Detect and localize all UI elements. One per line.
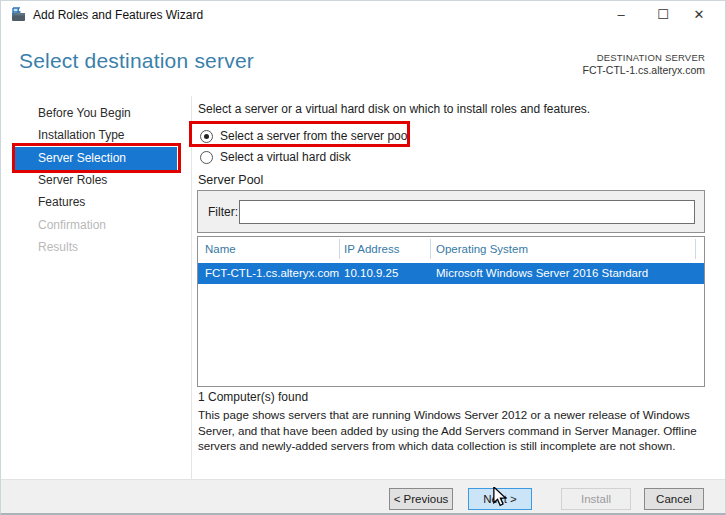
- footer-bar: < Previous Next > Install Cancel: [1, 479, 725, 515]
- sidebar-item-server-selection[interactable]: Server Selection: [38, 147, 126, 169]
- page-title: Select destination server: [19, 49, 254, 73]
- sidebar-item-installation-type[interactable]: Installation Type: [38, 124, 125, 146]
- destination-server-value: FCT-CTL-1.cs.alteryx.com: [582, 64, 705, 76]
- sidebar-item-results: Results: [38, 236, 78, 258]
- sidebar-separator: [191, 96, 192, 479]
- column-separator: [339, 239, 340, 259]
- radio-select-virtual-hard-disk[interactable]: Select a virtual hard disk: [200, 150, 351, 164]
- radio-label: Select a virtual hard disk: [220, 150, 351, 164]
- close-button[interactable]: ✕: [679, 1, 719, 29]
- add-roles-features-wizard-window: Add Roles and Features Wizard – ☐ ✕ Sele…: [0, 0, 726, 515]
- column-header-operating-system[interactable]: Operating System: [436, 237, 528, 261]
- cell-server-name: FCT-CTL-1.cs.alteryx.com: [205, 263, 339, 284]
- sidebar-item-server-roles[interactable]: Server Roles: [38, 169, 107, 191]
- filter-box: Filter:: [197, 190, 705, 233]
- column-header-ip-address[interactable]: IP Address: [344, 237, 399, 261]
- column-separator: [695, 239, 696, 259]
- radio-label: Select a server from the server pool: [220, 129, 410, 143]
- previous-button[interactable]: < Previous: [389, 488, 453, 510]
- radio-select-server-pool[interactable]: Select a server from the server pool: [200, 129, 410, 143]
- column-header-name[interactable]: Name: [205, 237, 236, 261]
- destination-server-label: DESTINATION SERVER: [597, 52, 705, 63]
- maximize-button[interactable]: ☐: [643, 1, 683, 29]
- title-bar: Add Roles and Features Wizard – ☐ ✕: [1, 1, 725, 29]
- table-row-server[interactable]: FCT-CTL-1.cs.alteryx.com 10.10.9.25 Micr…: [198, 263, 704, 284]
- page-description: This page shows servers that are running…: [198, 407, 710, 454]
- filter-label: Filter:: [208, 205, 238, 219]
- cell-ip-address: 10.10.9.25: [344, 263, 398, 284]
- next-button[interactable]: Next >: [468, 488, 532, 510]
- install-button[interactable]: Install: [561, 488, 631, 510]
- column-separator: [430, 239, 431, 259]
- server-pool-section-label: Server Pool: [198, 173, 263, 187]
- filter-input[interactable]: [239, 200, 695, 224]
- radio-button-icon[interactable]: [200, 130, 213, 143]
- cancel-button[interactable]: Cancel: [644, 488, 704, 510]
- sidebar-item-features[interactable]: Features: [38, 191, 85, 213]
- minimize-button[interactable]: –: [601, 1, 641, 29]
- intro-text: Select a server or a virtual hard disk o…: [198, 102, 590, 116]
- server-pool-table: Name IP Address Operating System FCT-CTL…: [197, 236, 705, 387]
- radio-button-icon[interactable]: [200, 151, 213, 164]
- computers-found-count: 1 Computer(s) found: [198, 390, 308, 404]
- window-title: Add Roles and Features Wizard: [33, 8, 203, 22]
- sidebar-item-confirmation: Confirmation: [38, 214, 106, 236]
- cell-operating-system: Microsoft Windows Server 2016 Standard: [436, 263, 648, 284]
- server-manager-icon: [11, 7, 27, 23]
- sidebar-item-before-you-begin[interactable]: Before You Begin: [38, 102, 131, 124]
